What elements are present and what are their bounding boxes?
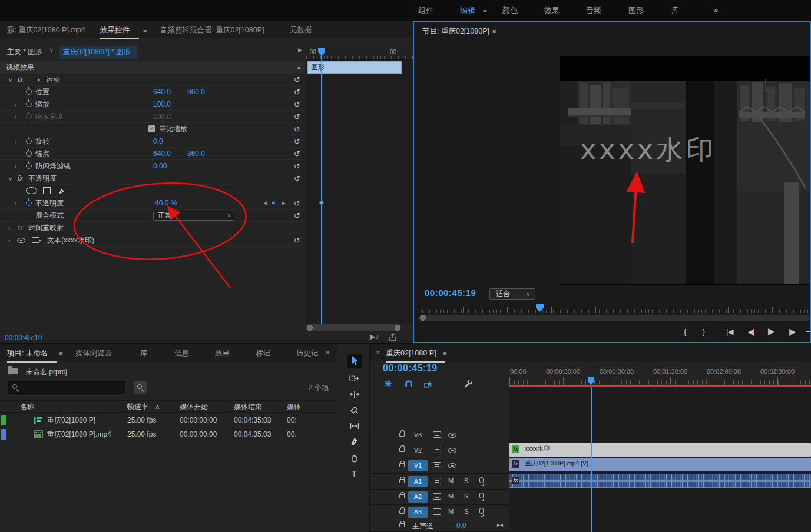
timeline-view-toggle-icon[interactable]: ▶ xyxy=(298,47,302,53)
track-header-a3[interactable]: A3 M S xyxy=(370,506,509,520)
reset-icon[interactable]: ↺ xyxy=(294,98,300,111)
ellipse-mask-icon[interactable] xyxy=(26,187,37,194)
sort-asc-icon[interactable]: ∧ xyxy=(155,401,160,413)
mic-icon[interactable] xyxy=(479,508,484,514)
sync-lock-icon[interactable] xyxy=(433,478,441,484)
pen-mask-icon[interactable] xyxy=(57,187,66,196)
workspace-tab-editing[interactable]: 编辑 xyxy=(460,5,475,16)
param-row-scale-width[interactable]: › 缩放宽度 100.0 ↺ xyxy=(0,111,305,123)
program-monitor-title[interactable]: 节目: 重庆02[1080P] xyxy=(422,26,489,36)
reset-icon[interactable]: ↺ xyxy=(294,86,300,98)
solo-button[interactable]: S xyxy=(464,493,468,500)
chevron-down-icon[interactable]: ∨ xyxy=(8,74,12,86)
param-row-anchor[interactable]: 锚点 640.0 360.0 ↺ xyxy=(0,148,305,160)
tab-metadata[interactable]: 元数据 xyxy=(290,25,312,35)
search-input[interactable] xyxy=(23,383,122,393)
track-header-v1[interactable]: V1 xyxy=(370,459,509,474)
razor-tool[interactable] xyxy=(347,405,362,419)
sync-lock-icon[interactable] xyxy=(433,493,441,500)
workspace-tab-assembly[interactable]: 组件 xyxy=(418,5,433,16)
lock-icon[interactable] xyxy=(399,479,405,483)
eye-icon[interactable] xyxy=(448,448,456,453)
workspace-tab-libraries[interactable]: 库 xyxy=(671,5,679,16)
sync-lock-icon[interactable] xyxy=(433,508,441,515)
lock-icon[interactable] xyxy=(399,494,405,498)
clip-v2-title[interactable]: fx xxxx水印 xyxy=(509,443,811,457)
zoom-level-dropdown[interactable]: 适合 ∨ xyxy=(489,288,535,300)
column-media-end[interactable]: 媒体结束 xyxy=(234,401,262,413)
clip-a1-audio[interactable]: fx xyxy=(509,474,811,488)
tab-source-monitor[interactable]: 源: 重庆02[1080 P].mp4 xyxy=(7,25,85,35)
workspace-tab-effects[interactable]: 效果 xyxy=(544,5,560,16)
label-color-blue[interactable] xyxy=(1,429,6,440)
tab-effects[interactable]: 效果 xyxy=(215,348,230,358)
mute-button[interactable]: M xyxy=(448,493,454,500)
stopwatch-icon[interactable] xyxy=(26,151,32,157)
chevron-right-icon[interactable]: › xyxy=(15,160,16,172)
chevron-right-icon[interactable]: › xyxy=(15,135,16,148)
track-name-a1[interactable]: A1 xyxy=(408,476,428,487)
timeline-playhead-line[interactable] xyxy=(591,387,592,532)
lock-icon[interactable] xyxy=(399,433,405,437)
param-row-scale[interactable]: › 缩放 100.0 ↺ xyxy=(0,98,305,111)
program-ruler[interactable] xyxy=(419,304,810,313)
track-header-v3[interactable]: V3 xyxy=(370,428,509,443)
zoom-handle-right[interactable] xyxy=(395,325,400,331)
chevron-right-icon[interactable]: › xyxy=(8,234,10,247)
program-timecode[interactable]: 00:00:45:19 xyxy=(425,288,476,298)
eye-icon[interactable] xyxy=(17,238,25,243)
effect-controls-timecode[interactable]: 00:00:45:19 xyxy=(5,334,42,342)
tab-sequence[interactable]: 重庆02[1080 P] xyxy=(386,348,436,358)
position-y-value[interactable]: 360.0 xyxy=(187,86,205,98)
blend-mode-dropdown[interactable]: 正常 ∨ xyxy=(153,211,234,221)
eye-icon[interactable] xyxy=(448,433,456,438)
timeline-settings-wrench-icon[interactable] xyxy=(463,379,473,389)
track-header-a1[interactable]: A1 M S xyxy=(370,475,509,490)
collapse-icon[interactable]: ▲ xyxy=(296,61,302,74)
video-effects-header[interactable]: 视频效果 ▲ xyxy=(0,61,305,74)
play-audio-only-icon[interactable]: ▶♪ xyxy=(370,332,379,341)
label-color-green[interactable] xyxy=(1,415,6,425)
track-header-a2[interactable]: A2 M S xyxy=(370,490,509,505)
solo-button[interactable]: S xyxy=(464,477,468,484)
reset-icon[interactable]: ↺ xyxy=(294,234,300,247)
step-back-icon[interactable]: ◀| xyxy=(747,327,754,336)
lock-icon[interactable] xyxy=(399,463,405,467)
project-file-name[interactable]: 未命名.prproj xyxy=(26,367,67,377)
param-row-rotation[interactable]: › 旋转 0.0 ↺ xyxy=(0,135,305,148)
export-frame-icon[interactable] xyxy=(388,332,398,342)
type-tool[interactable]: T xyxy=(347,468,362,483)
reset-icon[interactable]: ↺ xyxy=(294,135,300,148)
reset-icon[interactable]: ↺ xyxy=(294,172,300,185)
mute-button[interactable]: M xyxy=(448,508,454,515)
sync-lock-icon[interactable] xyxy=(433,462,441,468)
effect-row-text-layer[interactable]: › 文本(xxxx水印) ↺ xyxy=(0,234,305,247)
search-bin-button[interactable] xyxy=(134,381,147,394)
rect-mask-icon[interactable] xyxy=(43,187,51,194)
project-row-sequence[interactable]: 重庆02[1080 P] 25.00 fps 00:00:00:00 00:04… xyxy=(0,413,337,427)
item-name[interactable]: 重庆02[1080 P] xyxy=(47,413,95,427)
stopwatch-icon[interactable] xyxy=(26,89,32,95)
timeline-track-area[interactable]: fx xxxx水印 fx 重庆02[1080P].mp4 [V] fx xyxy=(509,387,811,532)
linked-selection-icon[interactable] xyxy=(424,380,433,388)
track-select-forward-tool[interactable] xyxy=(347,373,362,387)
column-media-more[interactable]: 媒体 xyxy=(287,401,301,413)
sync-lock-icon[interactable] xyxy=(433,447,441,453)
program-scrollbar[interactable] xyxy=(419,315,810,321)
mark-out-icon[interactable]: } xyxy=(703,327,704,336)
chevron-down-icon[interactable]: ∨ xyxy=(49,47,54,53)
zoom-handle-left[interactable] xyxy=(307,325,313,331)
chevron-right-icon[interactable]: › xyxy=(15,98,16,111)
column-media-start[interactable]: 媒体开始 xyxy=(180,401,208,413)
stopwatch-icon[interactable] xyxy=(26,138,32,144)
track-name-v2[interactable]: V2 xyxy=(408,445,428,456)
panel-menu-icon[interactable]: ≡ xyxy=(59,350,62,357)
effect-row-motion[interactable]: ∨ fx 运动 ↺ xyxy=(0,74,305,86)
panel-menu-icon[interactable]: ≡ xyxy=(143,26,147,34)
track-name-a2[interactable]: A2 xyxy=(408,491,428,503)
effect-row-time-remap[interactable]: › fx 时间重映射 xyxy=(0,222,305,234)
pen-tool[interactable] xyxy=(347,437,362,451)
project-row-clip[interactable]: 重庆02[1080 P].mp4 25.00 fps 00:00:00:00 0… xyxy=(0,427,337,441)
snap-magnet-icon[interactable] xyxy=(404,380,413,388)
selection-tool[interactable] xyxy=(347,354,362,368)
